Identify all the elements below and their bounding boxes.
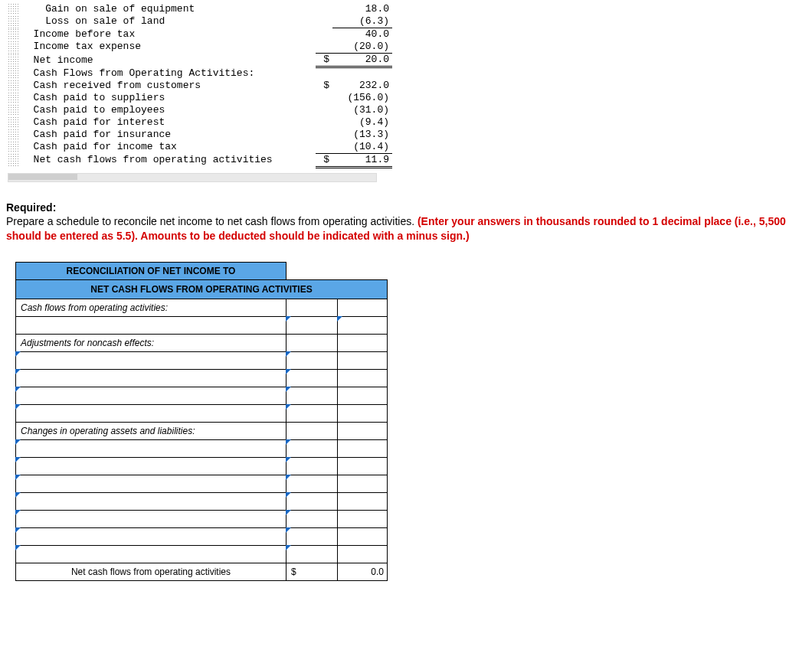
fs-sym: [316, 116, 332, 129]
scrollbar-thumb[interactable]: [8, 174, 77, 180]
fs-val: (10.4): [332, 141, 392, 154]
ws-cell: [286, 335, 338, 352]
horizontal-scrollbar[interactable]: [8, 173, 377, 182]
ws-input-cell[interactable]: [286, 440, 338, 458]
ws-input-cell[interactable]: [286, 317, 338, 335]
fs-val: 18.0: [332, 3, 392, 15]
fs-label: Cash paid for insurance: [18, 129, 316, 141]
fs-label: Cash paid for interest: [18, 116, 316, 129]
fs-sym: [316, 67, 332, 80]
reconciliation-worksheet: RECONCILIATION OF NET INCOME TO NET CASH…: [15, 262, 388, 581]
ws-section-adjustments: Adjustments for noncash effects:: [16, 335, 286, 352]
ws-input-cell[interactable]: [286, 352, 338, 370]
ws-total-val: 0.0: [338, 563, 388, 581]
ws-input-cell[interactable]: [16, 405, 286, 423]
ws-input-cell[interactable]: [16, 370, 286, 387]
ws-cell: [338, 387, 388, 405]
ws-cell: [338, 440, 388, 458]
fs-label: Income tax expense: [18, 41, 316, 54]
fs-val: 20.0: [332, 54, 392, 67]
ws-input-cell[interactable]: [16, 440, 286, 458]
ws-input-cell[interactable]: [338, 317, 388, 335]
ws-input-cell[interactable]: [16, 546, 286, 563]
ws-input-cell[interactable]: [16, 387, 286, 405]
ws-cell: [338, 405, 388, 423]
fs-label: Gain on sale of equipment: [18, 3, 316, 15]
fs-val: (9.4): [332, 116, 392, 129]
financial-statement: Gain on sale of equipment18.0 Loss on sa…: [8, 3, 812, 168]
ws-input-cell[interactable]: [286, 387, 338, 405]
ws-cell: [286, 423, 338, 440]
ws-section-changes: Changes in operating assets and liabilit…: [16, 423, 286, 440]
fs-sym: [316, 92, 332, 104]
fs-val: [332, 67, 392, 80]
ws-cell: [338, 511, 388, 528]
ws-input-cell[interactable]: [286, 511, 338, 528]
ws-cell: [338, 528, 388, 546]
fs-label: Income before tax: [18, 28, 316, 41]
fs-label: Cash paid to employees: [18, 104, 316, 116]
required-heading: Required:: [6, 201, 56, 214]
fs-label: Net income: [18, 54, 316, 67]
fs-val: (156.0): [332, 92, 392, 104]
ws-cell: [338, 493, 388, 511]
fs-sym: [316, 129, 332, 141]
ws-input-cell[interactable]: [286, 370, 338, 387]
fs-val: (6.3): [332, 15, 392, 28]
ws-total-label: Net cash flows from operating activities: [16, 563, 286, 581]
required-text: Prepare a schedule to reconcile net inco…: [6, 215, 417, 227]
fs-sym: [316, 41, 332, 54]
fs-sym: [316, 104, 332, 116]
fs-label: Cash paid to suppliers: [18, 92, 316, 104]
fs-sym: [316, 15, 332, 28]
fs-sym: [316, 3, 332, 15]
fs-label: Loss on sale of land: [18, 15, 316, 28]
fs-val: 40.0: [332, 28, 392, 41]
ws-cell: [338, 458, 388, 475]
ws-input-cell[interactable]: [16, 458, 286, 475]
fs-sym: [316, 28, 332, 41]
fs-sym: $: [316, 153, 332, 167]
fs-val: (13.3): [332, 129, 392, 141]
ws-input-cell[interactable]: [286, 493, 338, 511]
ws-title-1: RECONCILIATION OF NET INCOME TO: [16, 263, 286, 280]
ws-cell: [338, 423, 388, 440]
fs-val: (31.0): [332, 104, 392, 116]
fs-label: Cash Flows from Operating Activities:: [18, 67, 316, 80]
ws-input-cell[interactable]: [286, 475, 338, 493]
ws-cell: [338, 546, 388, 563]
fs-sym: $: [316, 54, 332, 67]
ws-input-cell[interactable]: [16, 352, 286, 370]
ws-total-sym: $: [286, 563, 338, 581]
ws-input-cell[interactable]: [286, 528, 338, 546]
required-block: Required: Prepare a schedule to reconcil…: [6, 201, 812, 244]
fs-sym: [316, 141, 332, 154]
ws-cell: [338, 299, 388, 317]
fs-val: 11.9: [332, 153, 392, 167]
ws-cell: [338, 335, 388, 352]
ws-input-cell[interactable]: [286, 546, 338, 563]
ws-input-cell[interactable]: [16, 511, 286, 528]
fs-label: Cash paid for income tax: [18, 141, 316, 154]
ws-section-operating: Cash flows from operating activities:: [16, 299, 286, 317]
ws-cell: [338, 475, 388, 493]
ws-cell: [16, 317, 286, 335]
ws-title-2: NET CASH FLOWS FROM OPERATING ACTIVITIES: [16, 280, 388, 299]
ws-input-cell[interactable]: [286, 458, 338, 475]
ws-input-cell[interactable]: [16, 493, 286, 511]
ws-input-cell[interactable]: [286, 405, 338, 423]
ws-cell: [338, 370, 388, 387]
fs-label: Net cash flows from operating activities: [18, 153, 316, 167]
fs-label: Cash received from customers: [18, 80, 316, 92]
fs-sym: $: [316, 80, 332, 92]
fs-val: (20.0): [332, 41, 392, 54]
fs-val: 232.0: [332, 80, 392, 92]
ws-cell: [338, 352, 388, 370]
ws-cell: [286, 299, 338, 317]
ws-input-cell[interactable]: [16, 475, 286, 493]
ws-input-cell[interactable]: [16, 528, 286, 546]
